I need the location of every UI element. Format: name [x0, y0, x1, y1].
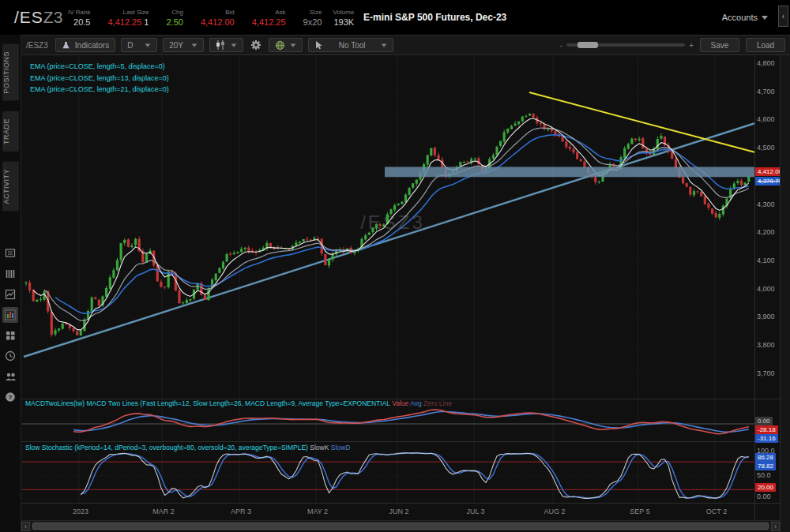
chevron-down-icon: [231, 43, 237, 47]
active-chart-icon[interactable]: [2, 307, 18, 323]
stoch-d-badge: 78.82: [755, 462, 776, 470]
sidebar-tab-trade[interactable]: TRADE: [2, 111, 19, 152]
header-symbol: /ESZ3: [0, 8, 68, 27]
grid-icon[interactable]: [2, 328, 18, 343]
price-axis-label: 3,800: [757, 341, 775, 349]
volume-label: Volume: [333, 9, 354, 16]
accounts-label: Accounts: [722, 13, 758, 22]
chart-settings-gear[interactable]: [249, 37, 263, 53]
ema13-study-label[interactable]: EMA (price=CLOSE, length=13, displace=0): [30, 74, 169, 82]
scrollbar-thumb[interactable]: [32, 523, 769, 530]
ask-label: Ask: [275, 9, 285, 16]
load-button[interactable]: Load: [746, 38, 785, 52]
sidebar-tab-activity[interactable]: ACTIVITY: [2, 162, 19, 212]
help-icon[interactable]: ?: [2, 389, 18, 405]
last-size-value: 1: [144, 17, 149, 27]
chart-toolbar: /ESZ3 Indicators D 20Y No Tool: [21, 35, 790, 55]
last-size-label: Last Size: [123, 9, 149, 16]
symbol-description: E-mini S&P 500 Futures, Dec-23: [363, 12, 506, 23]
macd-avg-badge: -31.16: [755, 434, 778, 443]
chart-type-dropdown[interactable]: [209, 38, 243, 52]
last-size-field: Last Size 4,412.25 1: [107, 9, 149, 27]
zoom-slider[interactable]: - +: [560, 41, 694, 50]
size-field: Size 9x20: [303, 9, 322, 27]
monitor-icon[interactable]: [2, 245, 18, 261]
macd-value-badge: -28.18: [755, 425, 778, 434]
period-dropdown[interactable]: D: [121, 38, 157, 52]
date-axis-label: APR 3: [228, 508, 254, 515]
sidebar-tab-positions[interactable]: POSITIONS: [2, 44, 19, 101]
price-axis-label: 4,700: [757, 88, 775, 96]
date-axis-label: 2023: [67, 508, 94, 515]
chevron-down-icon: [145, 43, 151, 47]
chg-value: 2.50: [166, 17, 182, 27]
date-axis-label: JUL 3: [462, 508, 489, 515]
date-axis-label: MAY 2: [304, 508, 331, 515]
gear-icon: [250, 39, 261, 51]
header-bar: /ESZ3 IV Rank 20.5 Last Size 4,412.25 1 …: [0, 0, 790, 35]
macd-zero-legend: Zero Line: [423, 399, 452, 407]
last-value: 4,412.25: [107, 17, 141, 27]
price-axis-label: 4,500: [757, 144, 775, 152]
symbol-root: /ES: [14, 8, 43, 26]
clock-icon[interactable]: [2, 348, 18, 364]
cursor-icon: [314, 40, 323, 50]
price-axis-label: 3,700: [757, 369, 775, 377]
chart-page-icon[interactable]: [2, 287, 18, 302]
save-button[interactable]: Save: [700, 38, 739, 52]
chevron-down-icon: [382, 43, 387, 47]
date-axis-label: SEP 5: [626, 508, 653, 515]
macd-avg-legend: Avg: [410, 399, 422, 407]
range-dropdown[interactable]: 20Y: [163, 38, 204, 52]
svg-text:?: ?: [9, 394, 13, 401]
zoom-out-icon[interactable]: -: [560, 41, 562, 50]
date-axis-label: MAR 2: [150, 508, 177, 515]
price-axis-label: 4,300: [757, 200, 775, 208]
chevron-down-icon: [291, 43, 296, 47]
stoch-axis-50: 50.0: [757, 471, 771, 479]
flask-icon: [62, 41, 70, 50]
left-sidebar: POSITIONS TRADE ACTIVITY ?: [0, 35, 21, 532]
macd-zero-badge: 0.00: [755, 417, 773, 425]
price-axis-label: 4,000: [757, 285, 775, 293]
zoom-slider-thumb[interactable]: [577, 42, 598, 48]
price-axis-label: 4,600: [757, 115, 775, 123]
price-axis-label: 3,900: [757, 313, 775, 320]
collapse-panel-button[interactable]: ‹: [778, 6, 788, 27]
stoch-axis-0: 0.00: [757, 493, 771, 500]
zoom-slider-track[interactable]: [566, 43, 685, 47]
bid-value: 4,412.00: [201, 17, 235, 27]
ema5-study-label[interactable]: EMA (price=CLOSE, length=5, displace=0): [30, 62, 165, 70]
size-label: Size: [310, 9, 322, 16]
zoom-in-icon[interactable]: +: [689, 41, 694, 50]
ema21-study-label[interactable]: EMA (price=CLOSE, length=21, displace=0): [30, 85, 169, 93]
stoch-k-badge: 86.28: [755, 453, 776, 462]
globe-icon: [275, 40, 285, 51]
collapsed-right-panel[interactable]: [780, 35, 790, 532]
price-axis-label: 4,200: [757, 228, 775, 236]
people-icon[interactable]: [2, 369, 18, 384]
date-axis-label: OCT 2: [703, 508, 730, 515]
active-tool-dropdown[interactable]: No Tool: [308, 38, 393, 52]
price-axis-label: 4,100: [757, 257, 775, 264]
scroll-right-icon[interactable]: ›: [771, 522, 780, 531]
horizontal-scrollbar[interactable]: ‹ ›: [21, 520, 780, 531]
chg-label: Chg: [171, 9, 183, 16]
drawing-tools-dropdown[interactable]: [269, 38, 303, 52]
accounts-dropdown[interactable]: Accounts: [722, 13, 768, 22]
bid-label: Bid: [225, 9, 235, 16]
indicators-button[interactable]: Indicators: [55, 38, 115, 52]
stoch-k-legend: SlowK: [310, 444, 329, 451]
date-axis-label: JUN 2: [386, 508, 412, 515]
watchlist-icon[interactable]: [2, 266, 18, 282]
candlestick-chart-icon: [216, 40, 226, 50]
scroll-left-icon[interactable]: ‹: [21, 522, 30, 531]
stoch-oversold-badge: 20.00: [755, 483, 776, 492]
iv-rank-field: IV Rank 20.5: [68, 9, 90, 27]
stoch-study-label[interactable]: Slow Stochastic (kPeriod=14, dPeriod=3, …: [25, 444, 350, 451]
stoch-d-legend: SlowD: [331, 444, 351, 451]
bid-field: Bid 4,412.00: [201, 9, 235, 27]
symbol-suffix: Z3: [43, 8, 63, 26]
macd-value-legend: Value: [392, 399, 408, 407]
macd-study-label[interactable]: MACDTwoLines(tw) MACD Two Lines (Fast Le…: [25, 399, 452, 407]
